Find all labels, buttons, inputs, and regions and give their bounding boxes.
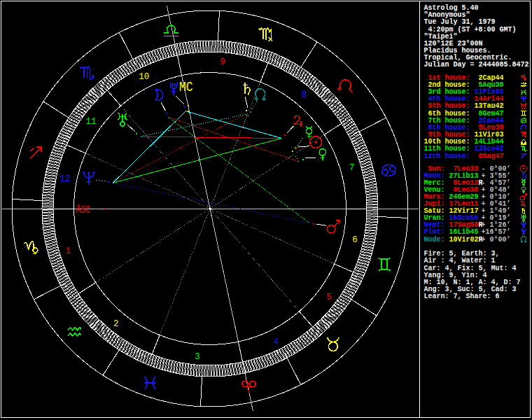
svg-text:12th house:: 12th house:: [424, 153, 470, 160]
svg-text:8: 8: [301, 90, 307, 100]
svg-text:4: 4: [274, 337, 279, 347]
svg-text:10Vir02: 10Vir02: [449, 236, 478, 244]
svg-text:MC: MC: [179, 78, 193, 96]
svg-text:9: 9: [220, 57, 225, 67]
svg-text:Learn: 7, Share: 6: Learn: 7, Share: 6: [424, 293, 499, 300]
svg-text:7: 7: [349, 163, 355, 173]
svg-text:3: 3: [195, 352, 200, 362]
svg-text:Node:: Node:: [424, 236, 444, 244]
svg-text:+ 0°00’: + 0°00’: [482, 236, 511, 244]
svg-text:1: 1: [65, 246, 71, 256]
svg-text:Asc: Asc: [76, 203, 91, 216]
svg-text:11: 11: [85, 117, 96, 127]
svg-text:2: 2: [113, 319, 119, 329]
svg-text:6: 6: [352, 235, 358, 245]
svg-text:10: 10: [139, 72, 149, 82]
svg-text:8Sag47: 8Sag47: [478, 153, 503, 160]
svg-text:12: 12: [60, 174, 71, 184]
svg-text:5: 5: [326, 293, 332, 302]
svg-text:Julian Day = 2444085.8472: Julian Day = 2444085.8472: [424, 61, 528, 69]
